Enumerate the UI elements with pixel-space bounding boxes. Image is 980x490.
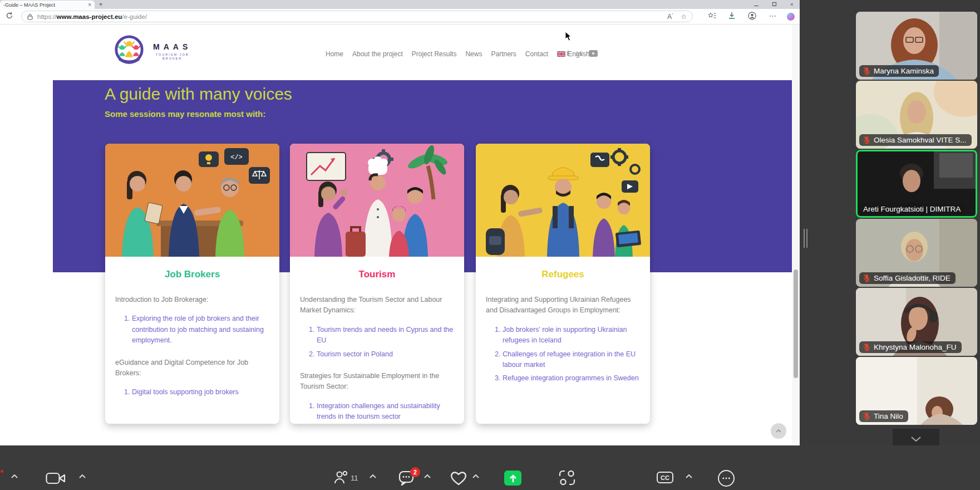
card-link[interactable]: Tourism trends and needs in Cyprus and t… [317, 325, 454, 346]
social-links: f in [567, 49, 598, 58]
muted-mic-icon [863, 412, 870, 420]
meeting-sidebar: Maryna Kaminska [800, 0, 980, 490]
card-section-heading: Introduction to Job Brokerage: [115, 295, 269, 305]
maas-logo-icon [113, 35, 145, 68]
meeting-toolbar: 11 2 CC [0, 445, 980, 490]
site-logo[interactable]: MAAS TOURISM JOB BROKER [113, 35, 191, 68]
site-header: MAAS TOURISM JOB BROKER Home About the p… [0, 24, 792, 80]
participant-name-label: Maryna Kaminska [859, 65, 939, 77]
participant-tile[interactable]: Soffia Gisladottir, RIDE [856, 219, 977, 287]
participant-name: Areti Fourgkatsioti | DIMITRA [863, 205, 961, 213]
profile-icon[interactable] [748, 12, 756, 22]
favorites-bar-icon[interactable] [708, 12, 716, 21]
participant-name-label: Soffia Gisladottir, RIDE [859, 272, 956, 284]
card-title[interactable]: Refugees [476, 269, 650, 280]
url-scheme: https:// [37, 13, 57, 20]
card-link[interactable]: Refugee integration programmes in Sweden [503, 373, 640, 384]
card-link[interactable]: Tourism sector in Poland [317, 349, 454, 360]
captions-button[interactable]: CC [657, 472, 673, 483]
apps-icon[interactable] [559, 470, 575, 486]
close-window-button[interactable]: × [787, 2, 796, 7]
svg-text:</>: </> [230, 154, 243, 161]
participant-tile[interactable]: Tina Nilo [856, 357, 977, 425]
linkedin-icon[interactable]: in [576, 50, 582, 57]
reactions-options-chevron[interactable] [471, 474, 480, 478]
video-camera-icon[interactable] [46, 472, 66, 485]
logo-subtitle-1: TOURISM JOB [153, 53, 191, 56]
illustration-tourism [290, 144, 464, 257]
url-path: /e-guide/ [122, 13, 147, 20]
url-domain: www.maas-project.eu [57, 13, 122, 20]
hero-subtitle: Some sessions may resonate most with: [105, 109, 265, 119]
favorite-star-icon[interactable]: ☆ [681, 13, 687, 21]
card-section-heading: eGuidance and Digital Competence for Job… [115, 357, 269, 379]
sidebar-resize-handle[interactable] [804, 229, 807, 248]
browser-window: -Guide – MAAS Project × + × https://www.… [0, 0, 800, 445]
refresh-icon[interactable] [6, 12, 13, 22]
card-job-brokers: </> Job Brokers Intro [105, 144, 279, 424]
muted-mic-icon [863, 274, 870, 282]
participant-name-label: Tina Nilo [859, 410, 908, 422]
nav-contact[interactable]: Contact [525, 50, 548, 58]
participant-name-label: Olesia Samokhval VITE S... [859, 134, 972, 146]
nav-partners[interactable]: Partners [491, 50, 516, 58]
participants-icon[interactable] [334, 470, 348, 486]
downloads-icon[interactable] [728, 12, 736, 21]
chat-options-chevron[interactable] [423, 474, 432, 478]
participant-name-label: Khrystyna Malonoha_FU [859, 341, 962, 353]
back-to-top-button[interactable] [771, 423, 786, 439]
minimize-button[interactable] [752, 2, 761, 7]
nav-news[interactable]: News [465, 50, 482, 58]
share-arrow-icon [509, 474, 517, 483]
scrollbar-thumb[interactable] [794, 270, 798, 378]
card-section-heading: Understanding the Tourism Sector and Lab… [300, 295, 454, 316]
card-tourism: Tourism Understanding the Tourism Sector… [290, 144, 464, 424]
more-options-button[interactable] [718, 470, 735, 487]
participant-tile[interactable]: Olesia Samokhval VITE S... [856, 81, 977, 149]
address-bar[interactable]: https://www.maas-project.eu/e-guide/ A” … [21, 11, 693, 22]
participant-tile[interactable]: Khrystyna Malonoha_FU [856, 288, 977, 356]
participant-name: Khrystyna Malonoha_FU [874, 343, 957, 351]
new-tab-button[interactable]: + [95, 1, 107, 9]
card-link[interactable]: Digital tools supporting job brokers [132, 387, 269, 398]
card-body: Introduction to Job Brokerage: Exploring… [105, 280, 279, 398]
browser-more-icon[interactable]: ⋯ [769, 12, 777, 20]
hero-title: A guide with many voices [105, 85, 292, 104]
logo-name: MAAS [153, 42, 191, 51]
card-link[interactable]: Job brokers' role in supporting Ukrainia… [503, 325, 640, 346]
participant-tile[interactable]: Areti Fourgkatsioti | DIMITRA [856, 150, 977, 218]
captions-options-chevron[interactable] [684, 474, 693, 478]
share-screen-button[interactable] [504, 471, 521, 486]
facebook-icon[interactable]: f [567, 49, 569, 58]
main-nav: Home About the project Project Results N… [326, 50, 590, 58]
card-link[interactable]: Challenges of refugee integration in the… [503, 349, 640, 371]
card-section-heading: Strategies for Sustainable Employment in… [300, 371, 454, 393]
window-controls: × [752, 0, 796, 9]
page-scrollbar[interactable] [792, 24, 800, 445]
audio-options-chevron[interactable] [10, 474, 19, 478]
copilot-icon[interactable] [787, 13, 795, 21]
nav-home[interactable]: Home [326, 50, 343, 58]
recording-indicator-dot [1, 470, 3, 473]
youtube-icon[interactable] [589, 50, 598, 57]
card-link[interactable]: Integration challenges and sustainabilit… [317, 401, 454, 423]
close-tab-icon[interactable]: × [88, 2, 91, 8]
participant-tile[interactable]: Maryna Kaminska [856, 12, 977, 80]
nav-project-results[interactable]: Project Results [412, 50, 457, 58]
card-link[interactable]: Exploring the role of job brokers and th… [132, 313, 269, 346]
chat-badge: 2 [410, 467, 420, 477]
participant-name: Maryna Kaminska [874, 67, 934, 75]
reactions-heart-icon[interactable] [450, 470, 467, 486]
participant-tiles: Maryna Kaminska [856, 12, 977, 426]
read-aloud-icon[interactable]: A” [667, 13, 673, 21]
chevron-down-icon [911, 437, 921, 442]
card-title[interactable]: Tourism [290, 269, 464, 280]
maximize-button[interactable] [770, 2, 779, 7]
browser-tab[interactable]: -Guide – MAAS Project × [0, 1, 95, 9]
card-title[interactable]: Job Brokers [105, 269, 279, 280]
participants-options-chevron[interactable] [368, 474, 377, 478]
nav-about[interactable]: About the project [352, 50, 403, 58]
video-options-chevron[interactable] [78, 474, 87, 478]
muted-mic-icon [863, 136, 870, 144]
participant-name: Olesia Samokhval VITE S... [874, 136, 967, 144]
